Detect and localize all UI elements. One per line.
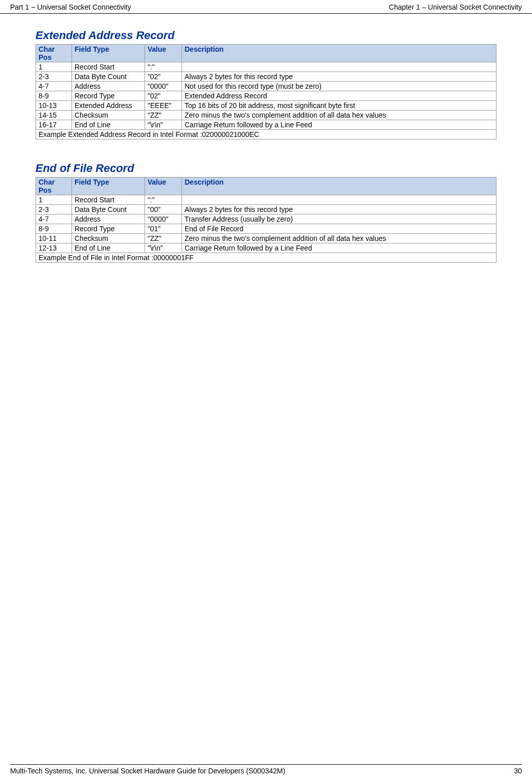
cell-description: Carriage Return followed by a Line Feed [182,120,496,130]
cell-fieldtype: Data Byte Count [72,72,145,82]
table-row: 4-7 Address "0000" Transfer Address (usu… [36,215,496,224]
header-right: Chapter 1 – Universal Socket Connectivit… [389,3,522,11]
cell-description [182,195,496,205]
cell-value: "02" [145,91,182,101]
table-row: 16-17 End of Line "\r\n" Carriage Return… [36,120,496,130]
table-row: 8-9 Record Type "02" Extended Address Re… [36,91,496,101]
col-header-charpos: Char Pos [36,178,72,195]
cell-charpos: 2-3 [36,205,72,215]
footer-left: Multi-Tech Systems, Inc. Universal Socke… [10,767,285,775]
col-header-value: Value [145,178,182,195]
table-header-row: Char Pos Field Type Value Description [36,45,496,62]
cell-value: "01" [145,224,182,234]
cell-charpos: 1 [36,195,72,205]
table-row: 10-11 Checksum "ZZ" Zero minus the two's… [36,234,496,243]
cell-description: Zero minus the two's complement addition… [182,234,496,243]
cell-value: "\r\n" [145,120,182,130]
table-row: 2-3 Data Byte Count "00" Always 2 bytes … [36,205,496,215]
cell-description: Always 2 bytes for this record type [182,72,496,82]
cell-fieldtype: Record Start [72,195,145,205]
cell-value: "EEEE" [145,101,182,111]
cell-description: Always 2 bytes for this record type [182,205,496,215]
page-content: Extended Address Record Char Pos Field T… [0,14,532,263]
cell-description: Transfer Address (usually be zero) [182,215,496,224]
col-header-value: Value [145,45,182,62]
table-row: 10-13 Extended Address "EEEE" Top 16 bit… [36,101,496,111]
cell-charpos: 4-7 [36,82,72,91]
section-title-extended-address: Extended Address Record [36,29,496,42]
cell-value: "00" [145,205,182,215]
section-title-end-of-file: End of File Record [36,162,496,175]
col-header-fieldtype: Field Type [72,178,145,195]
table-example-row: Example End of File in Intel Format :000… [36,253,496,263]
cell-description: End of File Record [182,224,496,234]
page-header: Part 1 − Universal Socket Connectivity C… [0,0,532,14]
cell-value: "ZZ" [145,234,182,243]
cell-charpos: 1 [36,62,72,72]
table-example-row: Example Extended Address Record in Intel… [36,130,496,139]
cell-fieldtype: End of Line [72,120,145,130]
table-row: 12-13 End of Line "\r\n" Carriage Return… [36,243,496,253]
cell-description: Zero minus the two's complement addition… [182,111,496,120]
cell-example: Example End of File in Intel Format :000… [36,253,496,263]
cell-description [182,62,496,72]
cell-charpos: 12-13 [36,243,72,253]
table-row: 8-9 Record Type "01" End of File Record [36,224,496,234]
cell-fieldtype: Data Byte Count [72,205,145,215]
cell-fieldtype: Record Type [72,224,145,234]
footer-page-number: 30 [514,767,522,775]
cell-description: Extended Address Record [182,91,496,101]
col-header-description: Description [182,178,496,195]
cell-charpos: 8-9 [36,224,72,234]
page-footer: Multi-Tech Systems, Inc. Universal Socke… [10,764,522,775]
cell-value: ":" [145,62,182,72]
cell-fieldtype: Extended Address [72,101,145,111]
table-header-row: Char Pos Field Type Value Description [36,178,496,195]
cell-charpos: 16-17 [36,120,72,130]
cell-fieldtype: Address [72,82,145,91]
table-row: 14-15 Checksum "ZZ" Zero minus the two's… [36,111,496,120]
cell-value: "\r\n" [145,243,182,253]
extended-address-table: Char Pos Field Type Value Description 1 … [36,44,496,139]
cell-charpos: 2-3 [36,72,72,82]
cell-description: Carriage Return followed by a Line Feed [182,243,496,253]
table-row: 1 Record Start ":" [36,62,496,72]
col-header-charpos: Char Pos [36,45,72,62]
table-row: 2-3 Data Byte Count "02" Always 2 bytes … [36,72,496,82]
header-left: Part 1 − Universal Socket Connectivity [10,3,131,11]
cell-example: Example Extended Address Record in Intel… [36,130,496,139]
cell-value: ":" [145,195,182,205]
cell-value: "0000" [145,215,182,224]
cell-fieldtype: Record Start [72,62,145,72]
cell-fieldtype: Checksum [72,234,145,243]
col-header-description: Description [182,45,496,62]
table-row: 1 Record Start ":" [36,195,496,205]
col-header-fieldtype: Field Type [72,45,145,62]
cell-charpos: 8-9 [36,91,72,101]
cell-description: Not used for this record type (must be z… [182,82,496,91]
cell-value: "0000" [145,82,182,91]
table-row: 4-7 Address "0000" Not used for this rec… [36,82,496,91]
cell-value: "ZZ" [145,111,182,120]
cell-fieldtype: End of Line [72,243,145,253]
cell-fieldtype: Checksum [72,111,145,120]
end-of-file-table: Char Pos Field Type Value Description 1 … [36,177,496,263]
cell-charpos: 4-7 [36,215,72,224]
cell-charpos: 10-13 [36,101,72,111]
cell-description: Top 16 bits of 20 bit address, most sign… [182,101,496,111]
cell-value: "02" [145,72,182,82]
cell-fieldtype: Address [72,215,145,224]
cell-fieldtype: Record Type [72,91,145,101]
cell-charpos: 14-15 [36,111,72,120]
cell-charpos: 10-11 [36,234,72,243]
